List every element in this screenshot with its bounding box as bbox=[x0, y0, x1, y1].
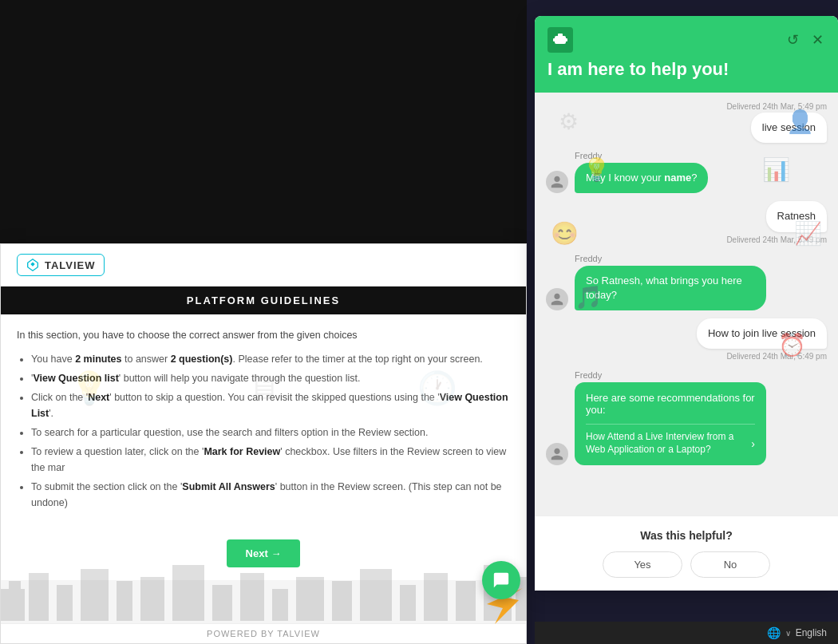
message-sender-2: Freddy bbox=[575, 151, 602, 160]
message-bubble-5: How to join live session bbox=[697, 318, 827, 349]
freddy-avatar-1 bbox=[546, 171, 568, 193]
talview-logo: TALVIEW bbox=[17, 254, 105, 276]
chat-header-actions: ↺ ✕ bbox=[785, 30, 825, 50]
freddy-avatar-2 bbox=[546, 288, 568, 310]
delivered-label-5: Delivered 24th Mar, 5:49 pm bbox=[726, 352, 827, 361]
recommendation-chevron-icon: › bbox=[751, 437, 755, 450]
avatar-icon-2 bbox=[550, 292, 564, 306]
platform-window: 💡 🖥 🕐 TALVIEW PLATFORM GUIDELINES In thi… bbox=[0, 243, 527, 644]
next-button[interactable]: Next → bbox=[227, 539, 301, 567]
chat-header-top: ↺ ✕ bbox=[547, 27, 825, 53]
helpful-question: Was this helpful? bbox=[547, 529, 825, 542]
svg-rect-1 bbox=[9, 581, 21, 621]
guideline-item: Click on the 'Next' button to skip a que… bbox=[31, 389, 510, 421]
avatar-icon-1 bbox=[550, 175, 564, 189]
chat-refresh-button[interactable]: ↺ bbox=[785, 30, 800, 50]
message-row-2: Freddy May I know your name? bbox=[546, 151, 827, 193]
guidelines-intro: In this section, you have to choose the … bbox=[17, 327, 510, 343]
chat-fab-button[interactable] bbox=[482, 561, 520, 599]
language-bar: 🌐 ∨ English bbox=[535, 622, 838, 644]
message-row-3: Ratnesh Delivered 24th Mar, 5:49 pm bbox=[546, 201, 827, 245]
section-header: PLATFORM GUIDELINES bbox=[1, 286, 526, 314]
guideline-item: You have 2 minutes to answer 2 question(… bbox=[31, 351, 510, 367]
guidelines-content: In this section, you have to choose the … bbox=[1, 314, 526, 527]
guideline-item: 'View Question list' button will help yo… bbox=[31, 370, 510, 386]
recommendation-link[interactable]: How Attend a Live Interview from a Web A… bbox=[586, 424, 755, 456]
svg-rect-11 bbox=[296, 577, 324, 621]
helpful-no-button[interactable]: No bbox=[690, 551, 770, 578]
message-bubble-2: May I know your name? bbox=[575, 163, 708, 193]
svg-rect-10 bbox=[272, 589, 288, 621]
delivered-label-1: Delivered 24th Mar, 5:49 pm bbox=[726, 102, 827, 111]
talview-logo-text: TALVIEW bbox=[45, 259, 96, 271]
message-body-6: Here are some recommendations for you: H… bbox=[546, 382, 766, 465]
chat-window: ↺ ✕ I am here to help you! ⚙ 👤 💡 📊 😊 📈 🎵… bbox=[535, 16, 838, 591]
platform-footer: POWERED BY TALVIEW bbox=[1, 623, 526, 643]
next-button-label: Next → bbox=[246, 547, 282, 559]
guideline-item: To search for a particular question, use… bbox=[31, 425, 510, 441]
guideline-item: To review a question later, click on the… bbox=[31, 444, 510, 476]
message-row-5: How to join live session Delivered 24th … bbox=[546, 318, 827, 362]
svg-rect-15 bbox=[424, 573, 448, 621]
message-body-2: May I know your name? bbox=[546, 163, 708, 193]
chat-fab-icon bbox=[492, 571, 510, 589]
message-row-1: Delivered 24th Mar, 5:49 pm live session bbox=[546, 102, 827, 143]
svg-rect-12 bbox=[332, 581, 352, 621]
svg-rect-21 bbox=[553, 38, 555, 41]
svg-rect-6 bbox=[140, 577, 164, 621]
message-bubble-1: live session bbox=[751, 113, 827, 143]
helpful-yes-button[interactable]: Yes bbox=[603, 551, 682, 578]
chat-bot-icon bbox=[547, 27, 573, 53]
svg-rect-16 bbox=[456, 581, 476, 621]
guideline-item: To submit the section click on the 'Subm… bbox=[31, 479, 510, 511]
message-body-4: So Ratnesh, what brings you here today? bbox=[546, 266, 766, 310]
platform-header: TALVIEW bbox=[1, 244, 526, 286]
delivered-label-3: Delivered 24th Mar, 5:49 pm bbox=[726, 235, 827, 244]
message-sender-6: Freddy bbox=[575, 370, 602, 380]
freddy-avatar-3 bbox=[546, 443, 568, 465]
svg-rect-5 bbox=[117, 581, 132, 621]
helpful-section: Was this helpful? Yes No bbox=[535, 516, 838, 591]
bot-icon-svg bbox=[552, 32, 568, 48]
svg-rect-20 bbox=[558, 34, 563, 37]
message-bubble-4: So Ratnesh, what brings you here today? bbox=[575, 266, 766, 310]
svg-rect-2 bbox=[29, 573, 49, 621]
svg-rect-3 bbox=[57, 585, 73, 621]
svg-rect-22 bbox=[565, 38, 567, 41]
language-label[interactable]: English bbox=[796, 627, 827, 638]
avatar-icon-3 bbox=[550, 447, 564, 461]
recommendation-bubble[interactable]: Here are some recommendations for you: H… bbox=[575, 382, 766, 465]
recommendation-text: How Attend a Live Interview from a Web A… bbox=[586, 431, 746, 456]
message-row-4: Freddy So Ratnesh, what brings you here … bbox=[546, 254, 827, 310]
message-row-6: Freddy Here are some recommendations for… bbox=[546, 370, 827, 465]
language-chevron-icon: ∨ bbox=[785, 629, 791, 638]
guidelines-list: You have 2 minutes to answer 2 question(… bbox=[17, 351, 510, 511]
chat-title: I am here to help you! bbox=[547, 59, 825, 80]
message-sender-4: Freddy bbox=[575, 254, 602, 263]
svg-rect-8 bbox=[212, 585, 232, 621]
message-bubble-3: Ratnesh bbox=[766, 201, 827, 231]
dark-background bbox=[0, 0, 527, 247]
chat-messages: ⚙ 👤 💡 📊 😊 📈 🎵 ⏰ Delivered 24th Mar, 5:49… bbox=[535, 93, 838, 516]
svg-rect-19 bbox=[555, 36, 566, 44]
talview-logo-icon bbox=[26, 258, 40, 272]
svg-rect-14 bbox=[400, 585, 416, 621]
next-button-area: Next → bbox=[1, 527, 526, 580]
globe-icon: 🌐 bbox=[767, 626, 781, 639]
helpful-buttons: Yes No bbox=[547, 551, 825, 578]
chat-close-button[interactable]: ✕ bbox=[810, 30, 825, 50]
svg-rect-9 bbox=[240, 573, 264, 621]
svg-rect-0 bbox=[1, 589, 25, 621]
recommendation-intro: Here are some recommendations for you: bbox=[586, 392, 755, 416]
chat-header: ↺ ✕ I am here to help you! bbox=[535, 16, 838, 93]
